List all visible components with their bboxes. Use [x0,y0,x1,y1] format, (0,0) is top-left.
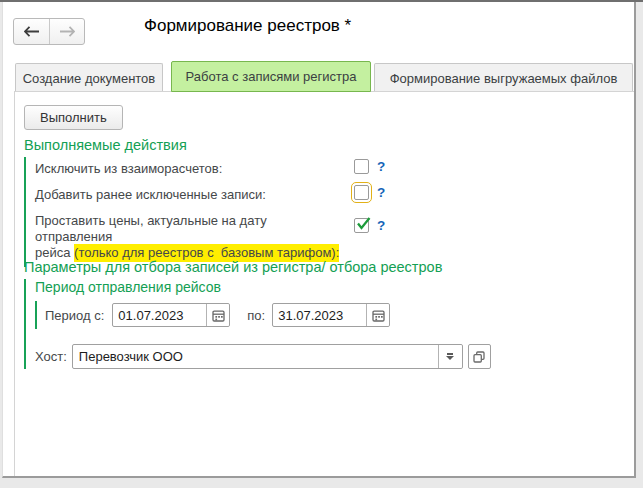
tab-export-files[interactable]: Формирование выгружаемых файлов [374,63,633,92]
period-from-label: Период с: [45,308,104,323]
set-prices-help-link[interactable]: ? [377,218,385,233]
set-prices-checkbox[interactable] [354,218,369,233]
execute-button[interactable]: Выполнить [24,105,123,130]
combo-arrow-icon [447,353,453,355]
actions-heading: Выполняемые действия [24,137,187,153]
period-row: Период с: по: [45,303,584,327]
period-from-calendar-button[interactable] [206,304,229,326]
host-open-button[interactable] [468,344,491,369]
checkmark-icon [356,217,371,231]
set-prices-label: Проставить цены, актуальные на дату отпр… [35,213,347,261]
actions-group: Исключить из взаиморасчетов: ? Добавить … [24,157,454,267]
exclude-checkbox[interactable] [354,159,369,174]
filters-group: Период отправления рейсов Период с: по: [24,279,584,369]
forward-arrow-icon [59,26,75,37]
filters-heading: Параметры для отбора записей из регистра… [24,259,442,275]
period-from-field [112,303,230,327]
host-dropdown-button[interactable] [438,345,462,368]
set-prices-controls: ? [354,218,385,233]
host-field [72,344,463,369]
calendar-icon [212,309,225,322]
combo-arrow-icon [446,356,454,360]
open-value-icon [473,351,485,363]
page-title: Формирование реестров * [144,16,351,36]
action-row-add-excluded: Добавить ранее исключенные записи: ? [35,183,454,209]
period-group-heading: Период отправления рейсов [35,279,584,295]
host-row: Хост: [35,344,584,369]
period-to-label: по: [247,308,265,323]
host-input[interactable] [73,345,438,368]
tab-create-documents[interactable]: Создание документов [15,63,163,92]
forward-button[interactable] [49,19,84,44]
period-to-field [272,303,390,327]
host-label: Хост: [35,349,67,364]
period-from-input[interactable] [113,304,206,326]
period-to-input[interactable] [273,304,366,326]
exclude-help-link[interactable]: ? [377,159,385,174]
add-excluded-controls: ? [354,185,385,200]
tab-register-records[interactable]: Работа с записями регистра [171,61,371,92]
add-excluded-help-link[interactable]: ? [377,185,385,200]
exclude-controls: ? [354,159,385,174]
back-button[interactable] [14,19,49,44]
action-row-exclude: Исключить из взаиморасчетов: ? [35,157,454,183]
history-nav-group [13,18,85,45]
exclude-label: Исключить из взаиморасчетов: [35,161,454,177]
back-arrow-icon [24,26,40,37]
set-prices-label-line2-prefix: рейса [35,245,74,260]
period-to-calendar-button[interactable] [366,304,389,326]
period-group: Период с: по: [35,301,584,329]
tab-content-panel: Выполнить Выполняемые действия Исключить… [14,91,634,476]
add-excluded-checkbox[interactable] [354,185,369,200]
set-prices-label-line1: Проставить цены, актуальные на дату отпр… [35,213,270,244]
add-excluded-label: Добавить ранее исключенные записи: [35,187,454,203]
calendar-icon [372,309,385,322]
form-window: Формирование реестров * Создание докумен… [2,2,636,478]
